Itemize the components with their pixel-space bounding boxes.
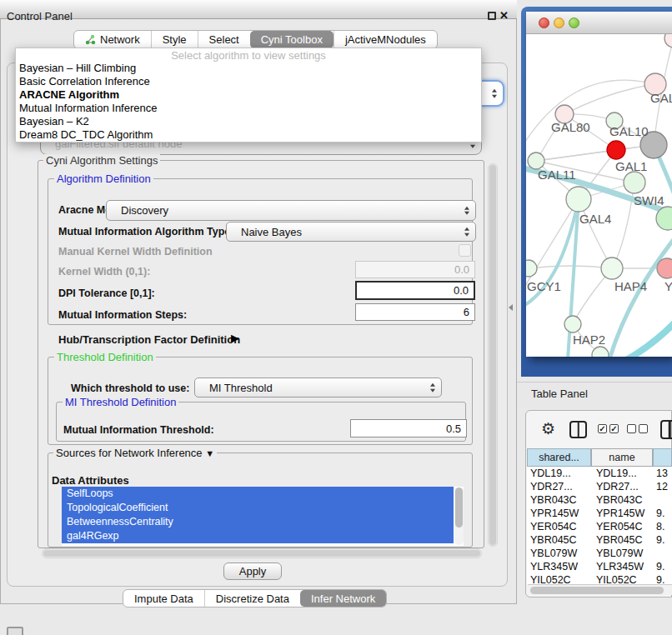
node-bottom-partial[interactable]	[592, 347, 609, 357]
table-cell[interactable]: YLR345W	[596, 561, 644, 572]
table-hscrollbar-thumb[interactable]	[530, 587, 664, 594]
partial-icon[interactable]	[7, 627, 23, 635]
list-item[interactable]: BetweennessCentrality	[62, 515, 454, 529]
deselect-all-checkbox-icon[interactable]	[639, 424, 648, 433]
close-icon[interactable]: ✕	[499, 9, 509, 22]
close-traffic-light[interactable]	[539, 18, 549, 28]
settings-hscrollbar-thumb[interactable]	[43, 550, 480, 557]
dpi-tolerance-value: 0.0	[454, 284, 469, 297]
float-window-icon[interactable]	[488, 12, 496, 20]
hub-definition-toggle[interactable]: Hub/Transcription Factor Definition	[58, 333, 240, 346]
tab-cyni-toolbox[interactable]: Cyni Toolbox	[250, 31, 333, 48]
list-item[interactable]: gal4RGexp	[62, 529, 454, 543]
mi-type-combobox[interactable]: Naive Bayes	[226, 222, 476, 242]
dropdown-item[interactable]: Bayesian – Hill Climbing	[16, 62, 481, 75]
select-all-checkbox-icon[interactable]: ✓	[598, 424, 607, 433]
arrow-right-icon[interactable]: ▶	[231, 332, 239, 344]
node-gal1[interactable]	[624, 172, 645, 193]
list-item[interactable]: SelfLoops	[62, 487, 454, 501]
tab-infer-network-label: Infer Network	[311, 592, 375, 605]
dropdown-item[interactable]: Mutual Information Inference	[16, 102, 481, 115]
gear-icon[interactable]: ⚙	[541, 421, 555, 438]
node-salmon[interactable]	[657, 258, 672, 278]
tab-impute-data[interactable]: Impute Data	[123, 590, 204, 607]
network-canvas[interactable]: GAL GAL80 GAL10 GAL11 GAL1 SWI4 GAL4 GCY…	[526, 34, 672, 357]
table-cell[interactable]: YDR27...	[596, 481, 639, 492]
table-cell[interactable]: YBR043C	[596, 494, 643, 506]
partial-toolbar-icon[interactable]	[660, 420, 672, 439]
table-cell[interactable]: YIL052C	[530, 574, 571, 584]
table-cell[interactable]: 8.	[656, 521, 664, 532]
settings-scrollbar-thumb[interactable]	[489, 165, 496, 545]
settings-hscrollbar[interactable]	[42, 548, 482, 558]
tab-jactivemnodules[interactable]: jActiveMNodules	[333, 31, 437, 48]
dpi-tolerance-field[interactable]: 0.0	[355, 281, 475, 300]
dropdown-item-selected[interactable]: ARACNE Algorithm	[16, 88, 481, 102]
tab-select[interactable]: Select	[198, 31, 250, 48]
node-gcy1[interactable]	[526, 260, 537, 277]
dropdown-item[interactable]: Dream8 DC_TDC Algorithm	[16, 128, 481, 142]
node-gal11[interactable]	[528, 152, 544, 169]
node-hap2[interactable]	[564, 316, 581, 332]
node[interactable]	[664, 34, 672, 48]
table-cell[interactable]: YPR145W	[596, 508, 644, 519]
zoom-traffic-light[interactable]	[569, 18, 579, 28]
table-cell[interactable]: YBR043C	[530, 494, 577, 506]
settings-scrollbar[interactable]	[488, 163, 498, 547]
table-cell[interactable]: YDL19...	[530, 468, 571, 479]
kernel-width-field[interactable]: 0.0	[355, 261, 475, 278]
table-cell[interactable]: YLR345W	[530, 561, 578, 572]
tab-network[interactable]: Network	[74, 31, 151, 48]
sources-group-title[interactable]: Sources for Network Inference ▼	[53, 447, 217, 459]
table-cell[interactable]: YBR045C	[530, 534, 577, 546]
mi-steps-field[interactable]: 6	[355, 303, 475, 321]
attributes-scrollbar-thumb[interactable]	[455, 488, 463, 528]
column-header-partial[interactable]	[653, 448, 672, 467]
dropdown-item[interactable]: Basic Correlation Inference	[16, 75, 481, 88]
node-red[interactable]	[607, 141, 625, 159]
combo-arrows-icon	[464, 206, 469, 215]
columns-icon[interactable]	[569, 421, 587, 438]
table-cell[interactable]: YER054C	[530, 521, 577, 532]
select-all-checkbox-icon[interactable]: ✓	[609, 424, 619, 433]
panel-splitter-handle[interactable]	[509, 304, 513, 311]
screen: Control Panel ✕ Network Style Select Cyn…	[0, 0, 672, 635]
column-header-shared[interactable]: shared...	[527, 448, 591, 467]
node-hap4[interactable]	[601, 258, 623, 279]
tab-infer-network[interactable]: Infer Network	[300, 590, 386, 607]
minimize-traffic-light[interactable]	[554, 18, 564, 28]
tab-style[interactable]: Style	[151, 31, 198, 48]
aracne-mode-combobox[interactable]: Discovery	[106, 200, 476, 221]
table-cell[interactable]: YDR27...	[530, 481, 573, 492]
dropdown-item[interactable]: Bayesian – K2	[16, 115, 481, 128]
table-cell[interactable]: YIL052C	[596, 574, 637, 584]
algorithm-combobox-fragment[interactable]	[481, 80, 504, 107]
table-cell[interactable]: YBR045C	[596, 534, 643, 546]
table-cell[interactable]: 13	[656, 468, 668, 479]
table-hscrollbar[interactable]	[528, 584, 672, 595]
attributes-scrollbar[interactable]	[454, 488, 464, 545]
table-cell[interactable]: YPR145W	[530, 508, 579, 519]
mi-threshold-field[interactable]: 0.5	[350, 419, 467, 438]
bottom-tabbar: Impute Data Discretize Data Infer Networ…	[123, 589, 387, 608]
node-gal4[interactable]	[566, 187, 591, 212]
table-cell[interactable]: 9.	[656, 561, 664, 572]
table-cell[interactable]: YBL079W	[530, 548, 577, 559]
table-cell[interactable]: 9.	[656, 574, 664, 584]
table-cell[interactable]: YBL079W	[596, 548, 643, 559]
table-cell[interactable]: YDL19...	[596, 468, 637, 479]
table-cell[interactable]: 12	[656, 481, 668, 492]
deselect-all-checkbox-icon[interactable]	[627, 424, 636, 433]
list-item[interactable]: TopologicalCoefficient	[62, 501, 454, 515]
table-cell[interactable]: YER054C	[596, 521, 643, 532]
table-cell[interactable]: 9.	[656, 508, 664, 519]
apply-button[interactable]: Apply	[223, 562, 282, 580]
which-threshold-combobox[interactable]: MI Threshold	[194, 378, 442, 398]
manual-kernel-checkbox[interactable]	[459, 244, 471, 257]
table-cell[interactable]: 9.	[656, 534, 664, 546]
node-label: SWI4	[634, 193, 664, 208]
column-header-name[interactable]: name	[591, 448, 653, 467]
node-label: Y	[664, 279, 672, 293]
tab-discretize-data[interactable]: Discretize Data	[204, 590, 300, 607]
data-attributes-label: Data Attributes	[52, 474, 129, 487]
